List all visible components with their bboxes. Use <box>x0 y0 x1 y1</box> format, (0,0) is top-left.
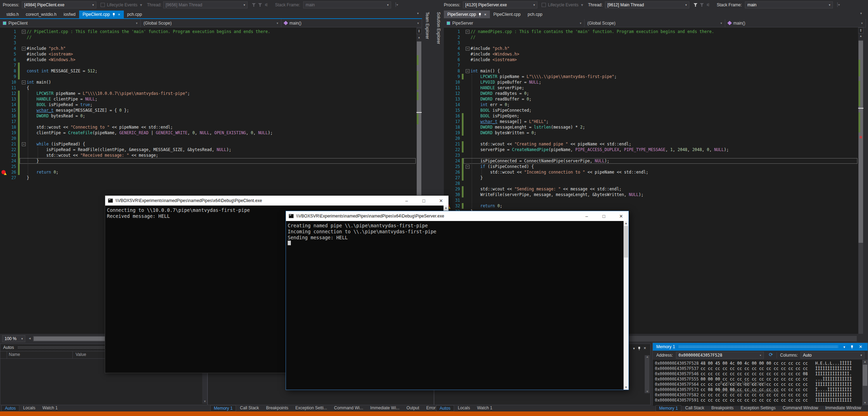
close-button[interactable]: ✕ <box>614 211 628 221</box>
breakpoint-margin[interactable] <box>444 141 451 147</box>
outlining-margin[interactable] <box>21 63 27 68</box>
panel-tab-output[interactable]: Output <box>403 405 422 411</box>
scope-dropdown[interactable]: (Global Scope)▾ <box>585 19 725 27</box>
panel-tab-call-stack[interactable]: Call Stack <box>682 405 707 411</box>
outlining-margin[interactable] <box>465 34 471 40</box>
outlining-margin[interactable] <box>465 51 471 57</box>
window-position-caret[interactable]: ▾ <box>842 345 847 349</box>
panel-tab-memory-1[interactable]: Memory 1 <box>656 405 681 411</box>
pin-icon[interactable] <box>112 13 115 17</box>
breakpoint-margin[interactable] <box>444 51 451 57</box>
collapse-icon[interactable]: − <box>466 69 470 73</box>
outlining-margin[interactable] <box>465 141 471 147</box>
outlining-margin[interactable] <box>21 51 27 57</box>
breakpoint-margin[interactable] <box>444 158 451 164</box>
breakpoint-warning-icon[interactable] <box>1 170 6 174</box>
breakpoint-margin[interactable] <box>0 158 7 164</box>
collapse-icon[interactable]: − <box>466 47 470 51</box>
outlining-margin[interactable] <box>465 108 471 113</box>
scroll-up-arrow[interactable]: ▲ <box>862 360 868 363</box>
columns-dropdown[interactable]: Auto▾ <box>800 352 864 359</box>
outlining-margin[interactable] <box>465 158 471 164</box>
tab-iosfwd[interactable]: iosfwd <box>60 11 79 18</box>
outlining-margin[interactable] <box>21 91 27 96</box>
memory-title-bar[interactable]: Memory 1 ▾ ✕ <box>653 343 868 351</box>
breakpoint-margin[interactable] <box>444 34 451 40</box>
tab-scroll-caret-left[interactable]: ▾ <box>417 12 419 15</box>
breakpoint-margin[interactable] <box>444 46 451 51</box>
memory-hex-view[interactable]: 0x000000E43057F52848 00 45 00 4c 00 4c 0… <box>653 360 862 406</box>
breakpoint-margin[interactable] <box>0 63 7 68</box>
panel-tab-locals[interactable]: Locals <box>20 405 39 411</box>
outlining-margin[interactable] <box>465 186 471 192</box>
scroll-down-arrow[interactable]: ▼ <box>202 400 208 403</box>
collapse-icon[interactable]: − <box>22 30 26 34</box>
outlining-margin[interactable] <box>21 85 27 91</box>
outlining-margin[interactable] <box>21 74 27 79</box>
breakpoint-margin[interactable] <box>0 119 7 124</box>
collapse-icon[interactable]: − <box>466 165 470 169</box>
outlining-margin[interactable] <box>21 68 27 74</box>
scroll-up-arrow[interactable]: ▲ <box>624 222 628 225</box>
scroll-up-arrow[interactable]: ▲ <box>443 206 448 209</box>
scrollbar-thumb[interactable] <box>863 365 867 386</box>
breakpoint-margin[interactable] <box>0 124 7 130</box>
outlining-margin[interactable] <box>465 203 471 209</box>
outlining-margin[interactable] <box>465 192 471 197</box>
outlining-margin[interactable] <box>21 96 27 102</box>
breakpoint-margin[interactable] <box>444 108 451 113</box>
panel-tab-immediate-wi-[interactable]: Immediate Wi... <box>367 405 402 411</box>
breakpoint-margin[interactable] <box>444 152 451 158</box>
breakpoint-margin[interactable] <box>444 40 451 46</box>
column-divider[interactable] <box>72 351 73 358</box>
collapse-icon[interactable]: − <box>22 47 26 51</box>
hscroll-left-arrow[interactable]: ◄ <box>28 337 31 340</box>
outlining-margin[interactable]: − <box>465 46 471 51</box>
breakpoint-margin[interactable] <box>0 85 7 91</box>
breakpoint-margin[interactable] <box>444 164 451 169</box>
panel-tab-watch-1[interactable]: Watch 1 <box>39 405 61 411</box>
autos-col-value[interactable]: Value <box>76 352 86 357</box>
panel-tab-immediate-window[interactable]: Immediate Window <box>822 405 864 411</box>
panel-tab-command-wi-[interactable]: Command Wi... <box>331 405 366 411</box>
outlining-margin[interactable]: − <box>21 79 27 85</box>
outlining-margin[interactable]: − <box>465 29 471 34</box>
collapse-icon[interactable]: − <box>22 142 26 146</box>
process-dropdown[interactable]: [4120] PipeServer.exe▾ <box>463 1 537 8</box>
outlining-margin[interactable] <box>465 57 471 63</box>
panel-tab-memory-1[interactable]: Memory 1 <box>210 405 236 411</box>
breakpoint-margin[interactable] <box>0 79 7 85</box>
member-dropdown[interactable]: main()▾ <box>725 19 866 27</box>
outlining-margin[interactable] <box>21 130 27 136</box>
close-icon[interactable]: × <box>118 12 120 17</box>
breakpoint-margin[interactable] <box>444 186 451 192</box>
outlining-margin[interactable] <box>21 169 27 175</box>
breakpoint-margin[interactable] <box>444 102 451 108</box>
breakpoint-margin[interactable] <box>0 113 7 119</box>
breakpoint-margin[interactable] <box>444 85 451 91</box>
breakpoint-margin[interactable] <box>444 91 451 96</box>
breakpoint-margin[interactable] <box>0 102 7 108</box>
toolbar-overflow-button[interactable]: ⸽▾ <box>395 2 398 7</box>
editor-scrollbar-right[interactable]: ⇕ ▲ <box>858 27 864 334</box>
breakpoint-margin[interactable] <box>0 169 7 175</box>
scroll-down-arrow[interactable]: ▼ <box>624 386 628 389</box>
filter-flagged-icon[interactable] <box>258 3 262 7</box>
tab-corecrt-wstdio-h[interactable]: corecrt_wstdio.h <box>22 11 60 18</box>
tab-pipeclient-cpp[interactable]: PipeClient.cpp <box>490 11 524 18</box>
tab-pipeclient-cpp[interactable]: PipeClient.cpp× <box>79 11 124 18</box>
breakpoint-margin[interactable] <box>444 113 451 119</box>
breakpoint-margin[interactable] <box>0 74 7 79</box>
breakpoint-margin[interactable] <box>444 124 451 130</box>
outlining-margin[interactable] <box>465 96 471 102</box>
breakpoint-margin[interactable] <box>444 136 451 141</box>
breakpoint-margin[interactable] <box>0 175 7 181</box>
project-dropdown[interactable]: PipeServer▾ <box>444 19 585 27</box>
breakpoint-margin[interactable] <box>0 152 7 158</box>
outlining-margin[interactable] <box>465 197 471 203</box>
tab-stdio-h[interactable]: stdio.h <box>3 11 22 18</box>
panel-tab-exception-settings[interactable]: Exception Settings <box>738 405 779 411</box>
outlining-margin[interactable] <box>21 40 27 46</box>
panel-tab-autos[interactable]: Autos <box>436 405 454 411</box>
window-position-caret[interactable]: ▾ <box>633 346 635 350</box>
